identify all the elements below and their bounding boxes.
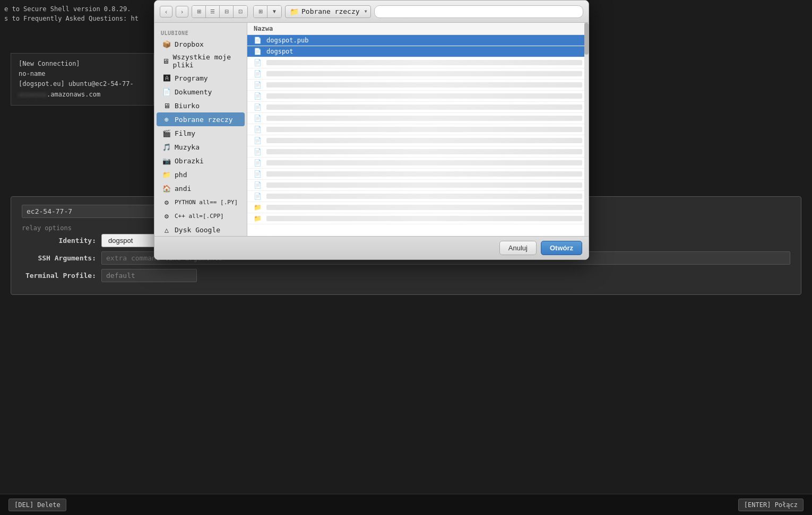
file-name-dogspot-pub: dogspot.pub: [266, 37, 582, 44]
column-view-button[interactable]: ⊟: [220, 6, 234, 18]
file-icon-dogspot-pub: 📄: [254, 37, 263, 44]
list-view-button[interactable]: ☰: [206, 6, 220, 18]
phd-icon: 📁: [162, 170, 171, 179]
conn-new-connection: [New Connection]: [19, 59, 146, 69]
file-name-blurred-1: [266, 60, 582, 65]
terminal-profile-label: Terminal Profile:: [22, 272, 96, 280]
file-item-blurred-1[interactable]: 📄: [247, 57, 589, 68]
sidebar-item-cpp[interactable]: ⚙ C++ all=[.CPP]: [157, 209, 245, 223]
conn-name: no-name: [19, 69, 146, 79]
file-name-blurred-11: [266, 171, 582, 177]
file-item-blurred-7[interactable]: 📄: [247, 124, 589, 135]
andi-icon: 🏠: [162, 184, 171, 193]
biurko1-icon: 🖥: [162, 101, 171, 110]
file-icon-7: 📄: [254, 126, 263, 133]
file-icon-12: 📄: [254, 181, 263, 189]
file-item-blurred-12[interactable]: 📄: [247, 180, 589, 191]
file-icon-6: 📄: [254, 115, 263, 122]
cancel-button[interactable]: Anuluj: [499, 241, 537, 255]
sidebar-item-all-files[interactable]: 🖥 Wszystkie moje pliki: [157, 51, 245, 71]
sidebar-item-dropbox[interactable]: 📦 Dropbox: [157, 37, 245, 51]
location-dropdown[interactable]: 📁 Pobrane rzeczy ▼: [285, 5, 371, 18]
sidebar-item-python[interactable]: ⚙ PYTHON all== [.PY]: [157, 195, 245, 209]
scrollbar-track: [584, 23, 589, 236]
obrazki-icon: 📷: [162, 156, 171, 165]
scrollbar-thumb[interactable]: [584, 23, 589, 55]
file-name-blurred-8: [266, 138, 582, 143]
back-button[interactable]: ‹: [160, 6, 172, 18]
icon-view-button[interactable]: ⊞: [192, 6, 206, 18]
file-item-blurred-11[interactable]: 📄: [247, 169, 589, 180]
terminal-profile-input[interactable]: [101, 269, 197, 282]
file-name-blurred-10: [266, 160, 582, 165]
coverflow-view-button[interactable]: ⊡: [234, 6, 247, 18]
conn-host: [dogspot.eu] ubuntu@ec2-54-77-xxxxxxxx.a…: [19, 79, 146, 99]
file-name-blurred-6: [266, 116, 582, 121]
sidebar-item-filmy[interactable]: 🎬 Filmy: [157, 126, 245, 140]
arrangement-button[interactable]: ⊞: [254, 6, 267, 18]
pobrane-icon: ⊕: [162, 115, 171, 124]
file-name-folder-2: [266, 216, 582, 221]
folder-icon-1: 📁: [254, 204, 263, 211]
file-item-blurred-4[interactable]: 📄: [247, 91, 589, 102]
file-name-folder-1: [266, 205, 582, 210]
file-icon-dogspot: 📄: [254, 48, 263, 55]
dropdown-chevron-icon: ▼: [365, 9, 367, 14]
file-name-blurred-7: [266, 127, 582, 132]
bottom-bar: [DEL] Delete [ENTER] Połącz: [0, 494, 812, 515]
file-name-blurred-13: [266, 194, 582, 199]
sidebar-item-pobrane[interactable]: ⊕ Pobrane rzeczy: [157, 112, 245, 126]
arrangement-buttons: ⊞ ▼: [253, 5, 282, 18]
file-item-folder-1[interactable]: 📁: [247, 202, 589, 213]
file-icon-11: 📄: [254, 170, 263, 178]
dialog-toolbar: ‹ › ⊞ ☰ ⊟ ⊡ ⊞ ▼ 📁 Pobrane rzeczy ▼: [154, 1, 589, 23]
file-item-blurred-13[interactable]: 📄: [247, 191, 589, 202]
programy-icon: 🅰: [162, 73, 171, 83]
open-button[interactable]: Otwórz: [541, 241, 582, 255]
file-item-blurred-2[interactable]: 📄: [247, 68, 589, 80]
search-input[interactable]: [374, 5, 583, 18]
file-item-folder-2[interactable]: 📁: [247, 213, 589, 224]
file-item-dogspot-pub[interactable]: 📄 dogspot.pub: [247, 35, 589, 46]
arrange-dropdown-button[interactable]: ▼: [267, 6, 281, 18]
file-name-blurred-9: [266, 149, 582, 154]
dokumenty-icon: 📄: [162, 87, 171, 97]
file-item-blurred-10[interactable]: 📄: [247, 158, 589, 169]
file-item-dogspot[interactable]: 📄 dogspot: [247, 46, 589, 57]
delete-button[interactable]: [DEL] Delete: [8, 499, 66, 511]
filmy-icon: 🎬: [162, 128, 171, 138]
connect-button[interactable]: [ENTER] Połącz: [738, 499, 804, 511]
sidebar-item-biurko1[interactable]: 🖥 Biurko: [157, 99, 245, 112]
file-name-blurred-12: [266, 182, 582, 188]
file-icon-4: 📄: [254, 92, 263, 100]
folder-icon-2: 📁: [254, 215, 263, 222]
terminal-profile-row: Terminal Profile:: [22, 269, 790, 282]
sidebar-item-dysk-google[interactable]: △ Dysk Google: [157, 223, 245, 236]
file-icon-5: 📄: [254, 103, 263, 111]
ssh-arguments-label: SSH Arguments:: [22, 254, 96, 262]
file-icon-2: 📄: [254, 70, 263, 77]
sidebar-item-muzyka[interactable]: 🎵 Muzyka: [157, 140, 245, 154]
google-drive-icon: △: [162, 225, 171, 234]
file-item-blurred-5[interactable]: 📄: [247, 102, 589, 113]
sidebar-item-dokumenty[interactable]: 📄 Dokumenty: [157, 85, 245, 99]
file-item-blurred-9[interactable]: 📄: [247, 146, 589, 158]
file-item-blurred-3[interactable]: 📄: [247, 80, 589, 91]
python-icon: ⚙: [162, 197, 171, 207]
forward-button[interactable]: ›: [176, 6, 188, 18]
sidebar-item-andi[interactable]: 🏠 andi: [157, 181, 245, 195]
sidebar-item-phd[interactable]: 📁 phd: [157, 168, 245, 181]
file-name-blurred-4: [266, 93, 582, 99]
file-item-blurred-6[interactable]: 📄: [247, 113, 589, 124]
cpp-icon: ⚙: [162, 211, 171, 221]
connection-panel: [New Connection] no-name [dogspot.eu] ub…: [11, 53, 154, 106]
sidebar-item-obrazki[interactable]: 📷 Obrazki: [157, 154, 245, 168]
identity-label: Identity:: [22, 237, 96, 245]
file-icon-8: 📄: [254, 137, 263, 144]
view-buttons: ⊞ ☰ ⊟ ⊡: [192, 5, 248, 18]
file-list-header: Nazwa: [247, 23, 589, 35]
sidebar-item-programy[interactable]: 🅰 Programy: [157, 71, 245, 85]
file-item-blurred-8[interactable]: 📄: [247, 135, 589, 146]
file-icon-13: 📄: [254, 193, 263, 200]
file-icon-3: 📄: [254, 81, 263, 89]
